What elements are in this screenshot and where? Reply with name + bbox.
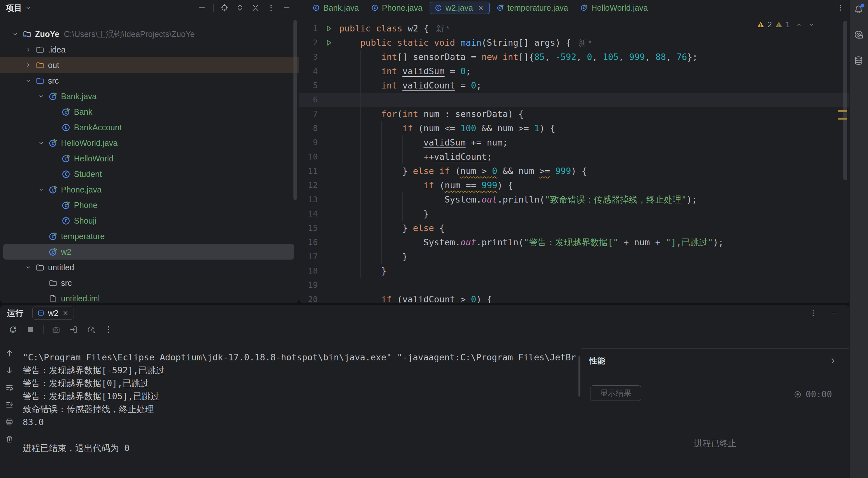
- tree-item-Bank[interactable]: CBank: [0, 104, 299, 120]
- tree-item-untitled[interactable]: untitled: [0, 260, 299, 275]
- close-icon[interactable]: [62, 310, 69, 317]
- run-tab-w2[interactable]: w2: [32, 307, 74, 320]
- tree-item-temperature[interactable]: Ctemperature: [0, 228, 299, 244]
- run-panel-options-icon[interactable]: [809, 309, 817, 317]
- clear-all-icon[interactable]: [5, 435, 13, 443]
- soft-wrap-icon[interactable]: [5, 383, 13, 392]
- code-line-18[interactable]: 18 }: [299, 264, 849, 278]
- warning-count: 2: [768, 20, 772, 29]
- profiler-icon[interactable]: [87, 325, 96, 334]
- print-icon[interactable]: [5, 418, 13, 426]
- rerun-icon[interactable]: [8, 325, 18, 334]
- tree-chevron-icon[interactable]: [25, 62, 36, 69]
- tree-chevron-icon[interactable]: [25, 46, 36, 53]
- code-line-20[interactable]: 20 if (validCount > 0) {: [299, 292, 849, 303]
- line-number: 9: [299, 135, 319, 150]
- editor-scrollbar[interactable]: [843, 21, 847, 180]
- ide-window: 项目 ZuoYeC:\Users\王泯钧\IdeaProjects\ZuoYe.…: [0, 0, 868, 478]
- stop-icon[interactable]: [26, 325, 35, 334]
- code-editor[interactable]: 1public class w2 { 新 *2 public static vo…: [299, 15, 849, 303]
- tree-item-label: out: [48, 61, 59, 70]
- add-icon[interactable]: [198, 4, 206, 12]
- prev-problem-icon[interactable]: [795, 21, 803, 28]
- console-scrollbar[interactable]: [579, 356, 580, 397]
- ai-assistant-icon[interactable]: [854, 30, 864, 39]
- class-icon: C: [62, 217, 70, 225]
- project-title-chevron-icon[interactable]: [25, 4, 32, 11]
- project-scrollbar[interactable]: [293, 20, 297, 200]
- editor-tab-Phone.java[interactable]: CPhone.java: [366, 2, 428, 14]
- tree-item-out[interactable]: out: [0, 57, 299, 73]
- show-results-button[interactable]: 显示结果: [590, 385, 641, 401]
- code-line-3[interactable]: 3 int[] sensorData = new int[]{85, -592,…: [299, 50, 849, 64]
- code-line-19[interactable]: 19: [299, 278, 849, 292]
- inspections-widget[interactable]: 2 1: [757, 20, 815, 29]
- tree-item-Shouji[interactable]: CShouji: [0, 213, 299, 228]
- tree-item-label: Phone.java: [61, 185, 101, 194]
- hide-panel-icon[interactable]: [282, 4, 291, 12]
- next-problem-icon[interactable]: [808, 21, 815, 28]
- run-line-icon[interactable]: [326, 25, 333, 32]
- editor-tab-Bank.java[interactable]: CBank.java: [307, 2, 364, 14]
- notifications-icon[interactable]: [854, 4, 864, 14]
- tree-item-HelloWorld.java[interactable]: CHelloWorld.java: [0, 135, 299, 151]
- hide-run-panel-icon[interactable]: [830, 309, 838, 317]
- code-line-7[interactable]: 7 for(int num : sensorData) {: [299, 107, 849, 121]
- tree-item-src[interactable]: src: [0, 275, 299, 291]
- tree-item-HelloWorld[interactable]: CHelloWorld: [0, 151, 299, 166]
- class-run-icon: C: [62, 107, 70, 116]
- locate-file-icon[interactable]: [213, 4, 228, 12]
- tree-item-.idea[interactable]: .idea: [0, 42, 299, 57]
- expand-performance-icon[interactable]: [829, 356, 837, 365]
- tree-chevron-icon[interactable]: [25, 264, 36, 271]
- code-line-6[interactable]: 6: [299, 93, 849, 107]
- code-line-2[interactable]: 2 public static void main(String[] args)…: [299, 36, 849, 50]
- folder-icon: [36, 45, 44, 54]
- tree-chevron-icon[interactable]: [25, 77, 36, 84]
- collapse-all-icon[interactable]: [251, 4, 260, 12]
- screenshot-icon[interactable]: [43, 325, 61, 334]
- prev-occurrence-icon[interactable]: [5, 349, 13, 357]
- console-line: [23, 429, 581, 442]
- close-tab-icon[interactable]: [477, 4, 485, 11]
- editor-tab-w2.java[interactable]: Cw2.java: [430, 2, 490, 14]
- tree-item-Phone.java[interactable]: CPhone.java: [0, 182, 299, 197]
- tab-options-icon[interactable]: [837, 4, 844, 12]
- timer-value: 00:00: [806, 389, 832, 399]
- project-panel-title[interactable]: 项目: [6, 3, 22, 13]
- tree-item-BankAccount[interactable]: CBankAccount: [0, 120, 299, 135]
- line-number: 17: [299, 250, 319, 264]
- code-line-4[interactable]: 4 int validSum = 0;: [299, 64, 849, 78]
- warning-stripe-mark[interactable]: [838, 118, 847, 120]
- tree-item-Phone[interactable]: CPhone: [0, 197, 299, 213]
- console-region: "C:\Program Files\Eclipse Adoptium\jdk-1…: [0, 321, 581, 478]
- tree-item-untitled.iml[interactable]: untitled.iml: [0, 291, 299, 303]
- next-occurrence-icon[interactable]: [5, 366, 13, 375]
- expand-all-icon[interactable]: [236, 4, 244, 12]
- tree-item-src[interactable]: src: [0, 73, 299, 89]
- run-line-icon[interactable]: [326, 39, 333, 46]
- tree-chevron-icon[interactable]: [38, 139, 49, 147]
- tree-item-Student[interactable]: CStudent: [0, 166, 299, 182]
- run-panel-title[interactable]: 运行: [7, 308, 23, 319]
- tree-chevron-icon[interactable]: [38, 186, 49, 193]
- attach-debugger-icon[interactable]: [69, 325, 78, 334]
- code-line-5[interactable]: 5 int validCount = 0;: [299, 78, 849, 93]
- svg-text:C: C: [374, 6, 376, 10]
- more-options-icon[interactable]: [104, 325, 113, 334]
- console-output[interactable]: "C:\Program Files\Eclipse Adoptium\jdk-1…: [19, 338, 581, 478]
- warning-stripe-mark[interactable]: [838, 110, 847, 112]
- svg-text:C: C: [52, 250, 54, 254]
- editor-tab-HelloWorld.java[interactable]: CHelloWorld.java: [575, 2, 653, 14]
- tree-item-ZuoYe[interactable]: ZuoYeC:\Users\王泯钧\IdeaProjects\ZuoYe: [0, 26, 299, 42]
- editor-tab-temperature.java[interactable]: Ctemperature.java: [492, 2, 574, 14]
- scroll-to-end-icon[interactable]: [5, 401, 13, 409]
- tree-chevron-icon[interactable]: [12, 30, 23, 38]
- tree-item-w2[interactable]: Cw2: [3, 244, 294, 260]
- more-options-icon[interactable]: [267, 4, 275, 12]
- tree-item-Bank.java[interactable]: CBank.java: [0, 89, 299, 104]
- svg-text:C: C: [64, 125, 67, 130]
- tree-chevron-icon[interactable]: [38, 93, 49, 100]
- database-icon[interactable]: [854, 56, 864, 65]
- performance-header[interactable]: 性能: [581, 349, 849, 373]
